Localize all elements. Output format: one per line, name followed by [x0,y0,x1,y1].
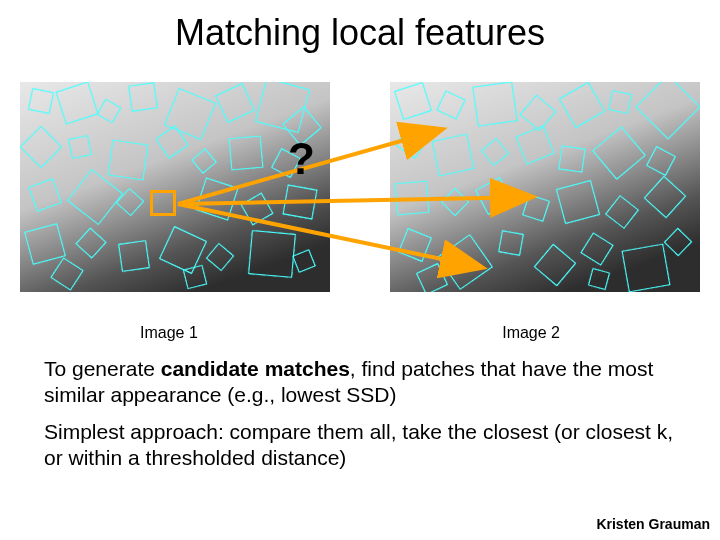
question-mark-label: ? [288,134,315,184]
attribution: Kristen Grauman [596,516,710,532]
p1-bold: candidate matches [161,357,350,380]
p1-pre: To generate [44,357,161,380]
paragraph-1: To generate candidate matches, find patc… [0,350,720,407]
image-1-caption: Image 1 [140,324,198,342]
caption-row: Image 1 Image 2 [0,324,720,350]
query-feature-box [150,190,176,216]
image-2 [390,82,700,292]
figure-row: ? [0,72,720,322]
paragraph-2: Simplest approach: compare them all, tak… [0,413,720,470]
slide-title: Matching local features [0,0,720,54]
image-2-caption: Image 2 [502,324,560,342]
image-1 [20,82,330,292]
